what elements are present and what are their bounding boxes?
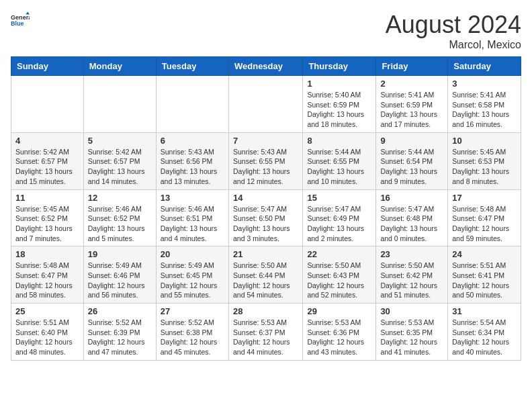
day-number: 28 [233, 306, 298, 316]
day-number: 17 [452, 193, 517, 203]
calendar-cell: 3Sunrise: 5:41 AM Sunset: 6:58 PM Daylig… [448, 76, 521, 133]
day-number: 7 [233, 136, 298, 146]
day-info: Sunrise: 5:41 AM Sunset: 6:58 PM Dayligh… [452, 90, 517, 130]
day-number: 9 [380, 136, 443, 146]
calendar-header-tuesday: Tuesday [156, 57, 228, 76]
calendar-cell: 5Sunrise: 5:42 AM Sunset: 6:57 PM Daylig… [83, 132, 156, 189]
svg-text:General: General [11, 14, 30, 21]
calendar-cell: 7Sunrise: 5:43 AM Sunset: 6:55 PM Daylig… [228, 132, 302, 189]
day-number: 20 [161, 249, 224, 259]
day-number: 3 [452, 79, 517, 89]
month-year-title: August 2024 [386, 11, 521, 39]
calendar-cell: 17Sunrise: 5:48 AM Sunset: 6:47 PM Dayli… [448, 189, 521, 246]
day-info: Sunrise: 5:46 AM Sunset: 6:52 PM Dayligh… [88, 204, 152, 244]
calendar-week-row: 25Sunrise: 5:51 AM Sunset: 6:40 PM Dayli… [11, 304, 521, 361]
svg-text:Blue: Blue [11, 20, 24, 27]
day-number: 16 [380, 193, 443, 203]
calendar-table: SundayMondayTuesdayWednesdayThursdayFrid… [11, 56, 521, 361]
day-info: Sunrise: 5:43 AM Sunset: 6:55 PM Dayligh… [233, 147, 298, 187]
calendar-cell: 6Sunrise: 5:43 AM Sunset: 6:56 PM Daylig… [156, 132, 228, 189]
day-info: Sunrise: 5:43 AM Sunset: 6:56 PM Dayligh… [161, 147, 224, 187]
calendar-header-monday: Monday [83, 57, 156, 76]
calendar-cell: 27Sunrise: 5:52 AM Sunset: 6:38 PM Dayli… [156, 304, 228, 361]
calendar-cell [11, 76, 84, 133]
day-number: 29 [307, 306, 371, 316]
day-info: Sunrise: 5:47 AM Sunset: 6:49 PM Dayligh… [307, 204, 371, 244]
calendar-cell: 1Sunrise: 5:40 AM Sunset: 6:59 PM Daylig… [303, 76, 376, 133]
calendar-cell: 10Sunrise: 5:45 AM Sunset: 6:53 PM Dayli… [448, 132, 521, 189]
calendar-cell: 23Sunrise: 5:50 AM Sunset: 6:42 PM Dayli… [376, 246, 448, 304]
day-number: 25 [15, 306, 79, 316]
day-info: Sunrise: 5:41 AM Sunset: 6:59 PM Dayligh… [380, 90, 443, 130]
calendar-cell: 19Sunrise: 5:49 AM Sunset: 6:46 PM Dayli… [83, 246, 156, 304]
calendar-header-friday: Friday [376, 57, 448, 76]
calendar-cell: 13Sunrise: 5:46 AM Sunset: 6:51 PM Dayli… [156, 189, 228, 246]
day-info: Sunrise: 5:46 AM Sunset: 6:51 PM Dayligh… [161, 204, 224, 244]
calendar-cell [83, 76, 156, 133]
calendar-cell: 21Sunrise: 5:50 AM Sunset: 6:44 PM Dayli… [228, 246, 302, 304]
calendar-cell: 15Sunrise: 5:47 AM Sunset: 6:49 PM Dayli… [303, 189, 376, 246]
day-number: 11 [15, 193, 79, 203]
day-info: Sunrise: 5:42 AM Sunset: 6:57 PM Dayligh… [88, 147, 152, 187]
calendar-header-saturday: Saturday [448, 57, 521, 76]
day-number: 26 [88, 306, 152, 316]
day-info: Sunrise: 5:40 AM Sunset: 6:59 PM Dayligh… [307, 90, 371, 130]
day-info: Sunrise: 5:44 AM Sunset: 6:55 PM Dayligh… [307, 147, 371, 187]
svg-marker-2 [26, 11, 30, 14]
day-number: 14 [233, 193, 298, 203]
day-info: Sunrise: 5:52 AM Sunset: 6:38 PM Dayligh… [161, 318, 224, 357]
day-number: 4 [15, 136, 79, 146]
day-info: Sunrise: 5:53 AM Sunset: 6:35 PM Dayligh… [380, 318, 443, 357]
day-number: 18 [15, 249, 79, 259]
location-title: Marcol, Mexico [386, 39, 521, 51]
calendar-cell: 22Sunrise: 5:50 AM Sunset: 6:43 PM Dayli… [303, 246, 376, 304]
page-header: General Blue August 2024 Marcol, Mexico [11, 11, 521, 51]
calendar-cell: 8Sunrise: 5:44 AM Sunset: 6:55 PM Daylig… [303, 132, 376, 189]
calendar-cell: 9Sunrise: 5:44 AM Sunset: 6:54 PM Daylig… [376, 132, 448, 189]
calendar-cell [156, 76, 228, 133]
calendar-cell: 28Sunrise: 5:53 AM Sunset: 6:37 PM Dayli… [228, 304, 302, 361]
day-number: 10 [452, 136, 517, 146]
day-number: 19 [88, 249, 152, 259]
day-info: Sunrise: 5:48 AM Sunset: 6:47 PM Dayligh… [452, 204, 517, 244]
calendar-week-row: 18Sunrise: 5:48 AM Sunset: 6:47 PM Dayli… [11, 246, 521, 304]
calendar-week-row: 4Sunrise: 5:42 AM Sunset: 6:57 PM Daylig… [11, 132, 521, 189]
day-number: 1 [307, 79, 371, 89]
calendar-header-row: SundayMondayTuesdayWednesdayThursdayFrid… [11, 57, 521, 76]
day-info: Sunrise: 5:50 AM Sunset: 6:42 PM Dayligh… [380, 261, 443, 300]
day-number: 31 [452, 306, 517, 316]
day-info: Sunrise: 5:42 AM Sunset: 6:57 PM Dayligh… [15, 147, 79, 187]
day-number: 6 [161, 136, 224, 146]
day-info: Sunrise: 5:48 AM Sunset: 6:47 PM Dayligh… [15, 261, 79, 300]
calendar-header-thursday: Thursday [303, 57, 376, 76]
calendar-header-wednesday: Wednesday [228, 57, 302, 76]
day-number: 13 [161, 193, 224, 203]
calendar-header-sunday: Sunday [11, 57, 84, 76]
day-info: Sunrise: 5:49 AM Sunset: 6:45 PM Dayligh… [161, 261, 224, 300]
logo: General Blue [11, 11, 30, 30]
calendar-cell: 18Sunrise: 5:48 AM Sunset: 6:47 PM Dayli… [11, 246, 84, 304]
calendar-cell: 30Sunrise: 5:53 AM Sunset: 6:35 PM Dayli… [376, 304, 448, 361]
day-number: 5 [88, 136, 152, 146]
day-number: 24 [452, 249, 517, 259]
calendar-week-row: 1Sunrise: 5:40 AM Sunset: 6:59 PM Daylig… [11, 76, 521, 133]
calendar-cell: 2Sunrise: 5:41 AM Sunset: 6:59 PM Daylig… [376, 76, 448, 133]
calendar-cell: 4Sunrise: 5:42 AM Sunset: 6:57 PM Daylig… [11, 132, 84, 189]
day-number: 21 [233, 249, 298, 259]
calendar-cell: 29Sunrise: 5:53 AM Sunset: 6:36 PM Dayli… [303, 304, 376, 361]
day-info: Sunrise: 5:53 AM Sunset: 6:36 PM Dayligh… [307, 318, 371, 357]
calendar-cell: 12Sunrise: 5:46 AM Sunset: 6:52 PM Dayli… [83, 189, 156, 246]
day-info: Sunrise: 5:47 AM Sunset: 6:48 PM Dayligh… [380, 204, 443, 244]
calendar-cell: 11Sunrise: 5:45 AM Sunset: 6:52 PM Dayli… [11, 189, 84, 246]
day-number: 12 [88, 193, 152, 203]
day-number: 2 [380, 79, 443, 89]
calendar-cell: 20Sunrise: 5:49 AM Sunset: 6:45 PM Dayli… [156, 246, 228, 304]
day-number: 8 [307, 136, 371, 146]
day-info: Sunrise: 5:52 AM Sunset: 6:39 PM Dayligh… [88, 318, 152, 357]
day-number: 27 [161, 306, 224, 316]
day-number: 22 [307, 249, 371, 259]
day-info: Sunrise: 5:47 AM Sunset: 6:50 PM Dayligh… [233, 204, 298, 244]
calendar-cell: 31Sunrise: 5:54 AM Sunset: 6:34 PM Dayli… [448, 304, 521, 361]
day-info: Sunrise: 5:50 AM Sunset: 6:43 PM Dayligh… [307, 261, 371, 300]
day-number: 30 [380, 306, 443, 316]
